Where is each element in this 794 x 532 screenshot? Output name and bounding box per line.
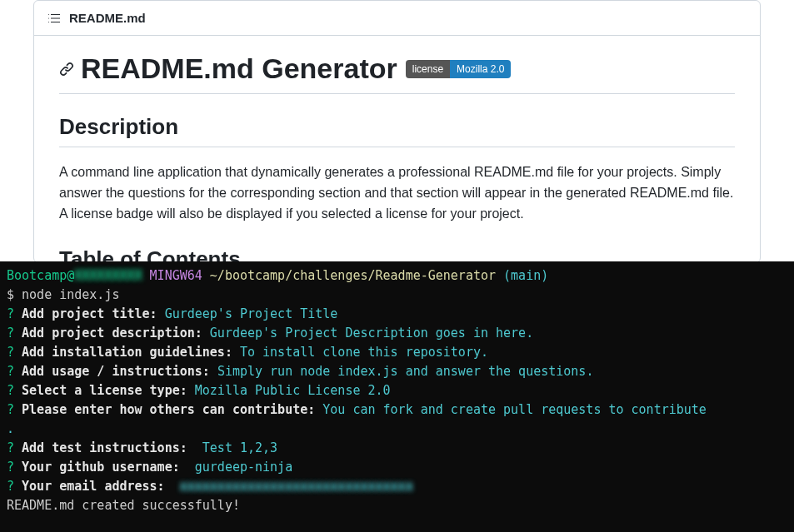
readme-panel: README.md README.md Generator license Mo… xyxy=(33,0,761,263)
prompt-q4: Select a license type: xyxy=(22,383,187,398)
q-mark: ? xyxy=(7,460,14,475)
prompt-q1: Add project description: xyxy=(22,326,202,341)
prompt-email-q: Your email address: xyxy=(22,479,165,494)
prompt-a4: Mozilla Public License 2.0 xyxy=(195,383,391,398)
prompt-branch: (main) xyxy=(503,268,548,283)
link-icon[interactable] xyxy=(59,62,74,77)
prompt-q3: Add usage / instructions: xyxy=(22,364,210,379)
page-title: README.md Generator xyxy=(81,52,397,85)
q-mark: ? xyxy=(7,306,14,321)
description-text: A command line application that dynamica… xyxy=(59,162,735,224)
q-mark: ? xyxy=(7,440,14,455)
email-blurred: xxxxxxxxxxxxxxxxxxxxxxxxxxxxxxx xyxy=(180,479,413,494)
command: node index.js xyxy=(22,287,119,302)
prompt-a3: Simply run node index.js and answer the … xyxy=(217,364,594,379)
q-mark: ? xyxy=(7,479,14,494)
prompt-user: Bootcamp@ xyxy=(7,268,74,283)
cmd-symbol: $ xyxy=(7,287,14,302)
q-mark: ? xyxy=(7,364,14,379)
list-icon[interactable] xyxy=(47,12,61,25)
prompt-a6: Test 1,2,3 xyxy=(195,440,277,455)
prompt-q0: Add project title: xyxy=(22,306,157,321)
success-msg: README.md created successfully! xyxy=(7,498,240,513)
prompt-q6: Add test instructions: xyxy=(22,440,187,455)
badge-label: license xyxy=(406,60,450,78)
prompt-path: ~/bootcamp/challenges/Readme-Generator xyxy=(210,268,496,283)
readme-header: README.md xyxy=(34,1,760,36)
readme-body: README.md Generator license Mozilla 2.0 … xyxy=(34,36,760,262)
readme-filename: README.md xyxy=(69,11,146,25)
badge-value: Mozilla 2.0 xyxy=(450,60,511,78)
trailing-dot: . xyxy=(7,421,14,436)
prompt-a7: gurdeep-ninja xyxy=(187,460,292,475)
prompt-q2: Add installation guidelines: xyxy=(22,345,232,360)
prompt-a1: Gurdeep's Project Description goes in he… xyxy=(210,326,533,341)
q-mark: ? xyxy=(7,345,14,360)
q-mark: ? xyxy=(7,326,14,341)
prompt-q5: Please enter how others can contribute: xyxy=(22,402,315,417)
prompt-shell: MINGW64 xyxy=(150,268,202,283)
license-badge[interactable]: license Mozilla 2.0 xyxy=(406,60,512,78)
terminal[interactable]: Bootcamp@XXXXXXXXX MINGW64 ~/bootcamp/ch… xyxy=(0,261,794,532)
description-heading: Description xyxy=(59,114,735,147)
prompt-a5: You can fork and create pull requests to… xyxy=(322,402,707,417)
q-mark: ? xyxy=(7,402,14,417)
title-row: README.md Generator license Mozilla 2.0 xyxy=(59,52,735,94)
prompt-a0: Gurdeep's Project Title xyxy=(165,306,338,321)
prompt-a2: To install clone this repository. xyxy=(240,345,488,360)
prompt-host-blurred: XXXXXXXXX xyxy=(74,268,142,283)
toc-heading-cutoff: Table of Contents xyxy=(59,247,735,262)
q-mark: ? xyxy=(7,383,14,398)
prompt-q7: Your github username: xyxy=(22,460,180,475)
